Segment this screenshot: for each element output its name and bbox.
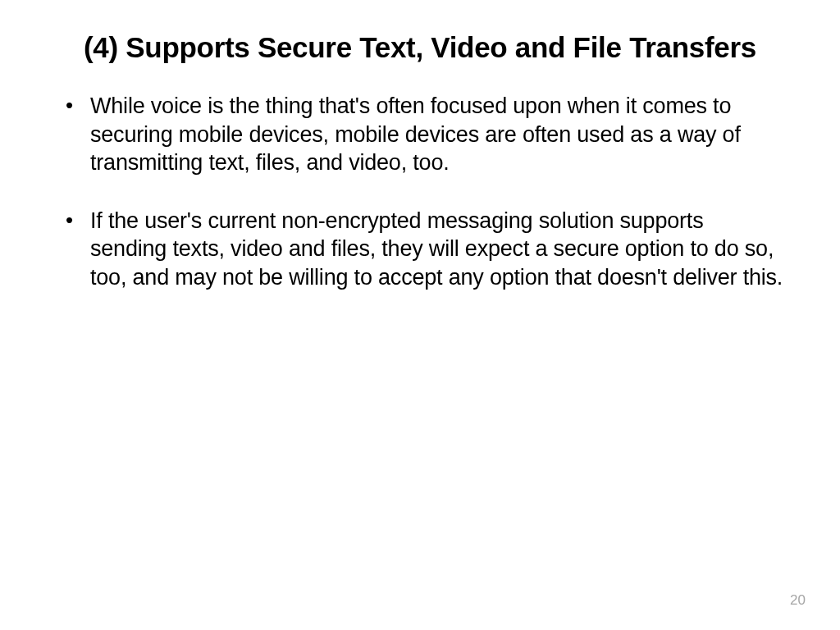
page-number: 20 xyxy=(790,592,806,609)
slide-container: (4) Supports Secure Text, Video and File… xyxy=(0,0,840,630)
bullet-item: If the user's current non-encrypted mess… xyxy=(62,207,784,292)
slide-title: (4) Supports Secure Text, Video and File… xyxy=(56,31,784,64)
slide-content: While voice is the thing that's often fo… xyxy=(56,92,784,291)
bullet-list: While voice is the thing that's often fo… xyxy=(62,92,784,291)
bullet-item: While voice is the thing that's often fo… xyxy=(62,92,784,177)
